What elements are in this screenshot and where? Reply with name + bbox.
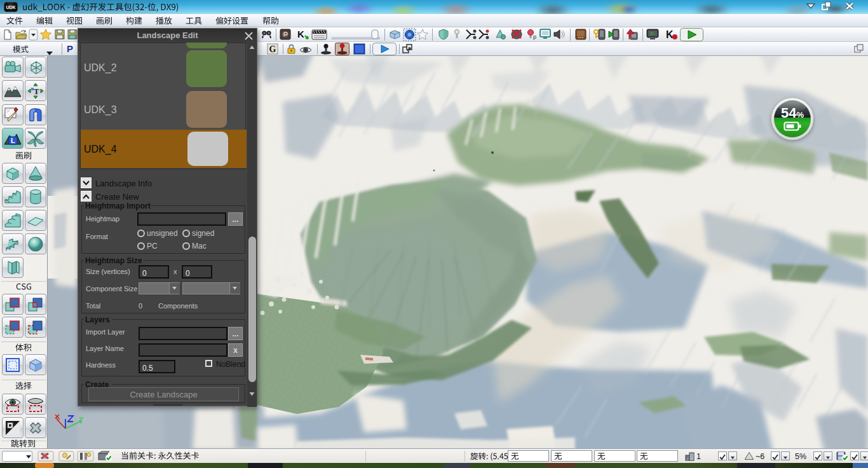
svg-text:G: G [269, 45, 276, 54]
svg-text:L: L [11, 137, 15, 144]
svg-text:T: T [34, 86, 39, 96]
svg-text:K: K [666, 29, 674, 40]
svg-text:K: K [297, 29, 304, 39]
svg-text:p: p [533, 34, 536, 40]
